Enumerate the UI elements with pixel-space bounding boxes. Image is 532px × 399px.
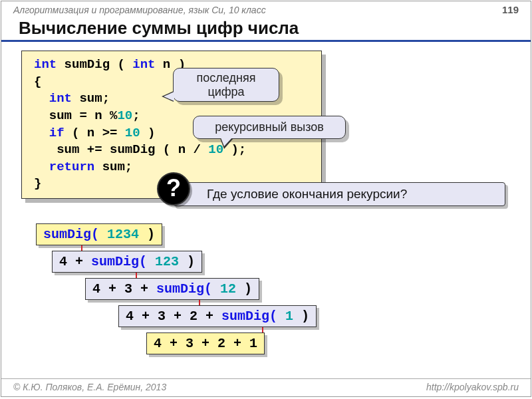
trace-text: 4 + 3 + 2 + 1 bbox=[154, 336, 257, 351]
trace-step-5: 4 + 3 + 2 + 1 bbox=[146, 332, 265, 354]
code-text: sum += sumDig ( n / bbox=[34, 142, 208, 157]
code-text: sumDig ( bbox=[57, 57, 132, 72]
code-text: ; bbox=[132, 108, 140, 123]
trace-text: 4 + 3 + bbox=[92, 281, 156, 297]
code-text bbox=[34, 91, 49, 106]
trace-text: ) bbox=[301, 309, 309, 324]
trace-arg: 12 bbox=[212, 281, 244, 297]
slide-title: Вычисление суммы цифр числа bbox=[1, 15, 531, 42]
code-text bbox=[34, 160, 49, 174]
callout-tail-icon bbox=[221, 138, 232, 146]
question-mark-icon: ? bbox=[157, 172, 190, 205]
kw-int: int bbox=[49, 91, 72, 106]
code-text: sum; bbox=[94, 160, 132, 174]
kw-if: if bbox=[49, 126, 65, 140]
num-literal: 10 bbox=[125, 126, 140, 140]
trace-fn: sumDig( bbox=[156, 281, 212, 297]
trace-step-2: 4 + sumDig( 123 ) bbox=[52, 251, 202, 273]
code-text bbox=[34, 126, 49, 140]
code-text: ( n >= bbox=[65, 126, 125, 140]
trace-step-4: 4 + 3 + 2 + sumDig( 1 ) bbox=[118, 305, 317, 327]
code-text: } bbox=[34, 176, 41, 191]
trace-step-3: 4 + 3 + sumDig( 12 ) bbox=[85, 278, 259, 300]
trace-step-1: sumDig( 1234 ) bbox=[36, 223, 162, 245]
callout-text: последняя цифра bbox=[197, 71, 256, 98]
callout-tail-icon bbox=[164, 92, 174, 101]
code-text: { bbox=[34, 74, 41, 89]
kw-int: int bbox=[34, 57, 57, 72]
callout-last-digit: последняя цифра bbox=[173, 68, 279, 102]
trace-fn: sumDig( bbox=[91, 254, 147, 269]
code-text: ) bbox=[140, 126, 156, 140]
trace-fn: sumDig( bbox=[221, 309, 277, 324]
page-number: 119 bbox=[502, 4, 519, 15]
footer-url: http://kpolyakov.spb.ru bbox=[426, 382, 519, 392]
question-box: Где условие окончания рекурсии? bbox=[173, 182, 505, 206]
code-text: sum = n % bbox=[34, 108, 117, 123]
trace-text: ) bbox=[244, 281, 252, 297]
trace-text: 4 + bbox=[59, 254, 91, 269]
kw-int: int bbox=[132, 57, 155, 72]
trace-text: ) bbox=[187, 254, 195, 269]
callout-recursive: рекурсивный вызов bbox=[193, 116, 346, 139]
trace-arg: 123 bbox=[147, 254, 187, 269]
trace-text: 4 + 3 + 2 + bbox=[126, 309, 221, 324]
trace-arg: 1234 bbox=[99, 227, 147, 242]
num-literal: 10 bbox=[117, 108, 132, 123]
kw-return: return bbox=[49, 160, 94, 174]
course-label: Алгоритмизация и программирование, язык … bbox=[13, 5, 266, 15]
code-text: sum; bbox=[72, 91, 110, 106]
trace-fn: sumDig( bbox=[43, 227, 99, 242]
question-text: Где условие окончания рекурсии? bbox=[207, 187, 407, 201]
trace-text: ) bbox=[147, 227, 155, 242]
trace-arg: 1 bbox=[277, 309, 301, 324]
footer-copyright: © К.Ю. Поляков, Е.А. Ерёмин, 2013 bbox=[13, 382, 166, 392]
callout-text: рекурсивный вызов bbox=[215, 120, 324, 134]
